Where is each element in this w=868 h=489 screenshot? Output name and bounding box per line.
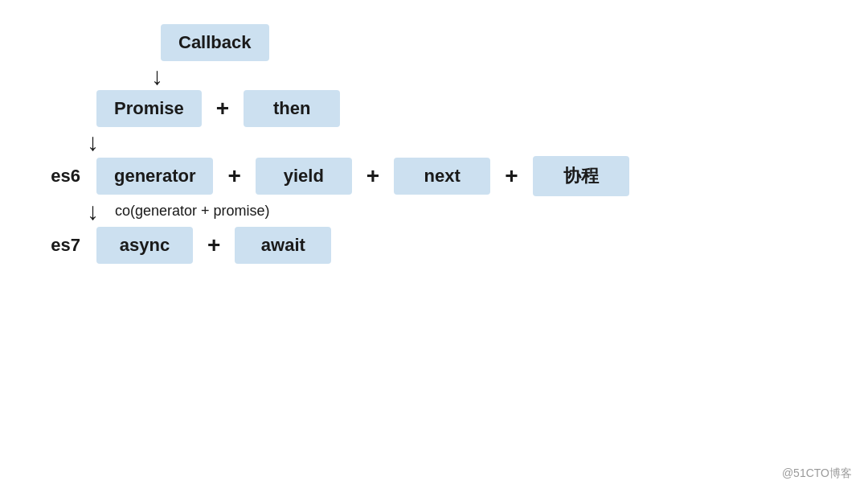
coroutine-box: 协程 [533, 156, 629, 196]
async-box: async [96, 227, 193, 264]
callback-box: Callback [161, 24, 269, 61]
promise-box: Promise [96, 90, 202, 127]
arrow-2: ↓ [87, 130, 99, 154]
watermark: @51CTO博客 [782, 466, 852, 481]
plus-2: + [227, 163, 240, 189]
diagram-container: Callback ↓ Promise + then ↓ es6 generato… [0, 0, 868, 489]
plus-4: + [505, 163, 518, 189]
then-box: then [244, 90, 340, 127]
await-box: await [235, 227, 331, 264]
next-box: next [394, 158, 490, 195]
yield-box: yield [256, 158, 352, 195]
es6-label: es6 [32, 166, 80, 187]
arrow-3: ↓ [87, 199, 99, 224]
arrow-1: ↓ [151, 64, 163, 88]
plus-1: + [216, 96, 229, 121]
co-text: co(generator + promise) [115, 203, 270, 220]
plus-5: + [207, 232, 220, 258]
plus-3: + [366, 163, 379, 189]
es7-label: es7 [32, 235, 80, 256]
generator-box: generator [96, 158, 213, 195]
